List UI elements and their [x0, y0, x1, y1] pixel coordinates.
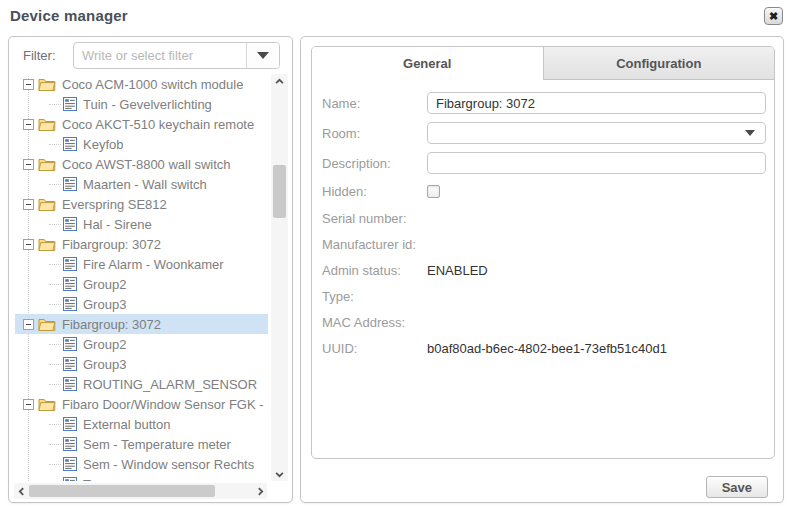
tree-folder[interactable]: Coco AWST-8800 wall switch: [15, 154, 268, 174]
save-button[interactable]: Save: [706, 476, 768, 498]
description-label: Description:: [312, 156, 427, 171]
tab-configuration[interactable]: Configuration: [544, 47, 775, 80]
device-icon: [63, 257, 77, 271]
tree-device[interactable]: Fire Alarm - Woonkamer: [15, 254, 268, 274]
scroll-right-button[interactable]: [253, 483, 267, 499]
description-field[interactable]: [427, 152, 766, 174]
admin-status-control: ENABLED: [427, 263, 766, 278]
tree-device[interactable]: External button: [15, 414, 268, 434]
tree-device[interactable]: Sem - Window sensor Rechts: [15, 454, 268, 474]
tree-item-label: Fire Alarm - Woonkamer: [83, 257, 224, 272]
filter-input[interactable]: [74, 43, 246, 68]
room-dropdown-button[interactable]: [735, 123, 765, 143]
device-icon: [63, 377, 77, 391]
room-control: [427, 122, 766, 144]
tree-item-label: Coco AKCT-510 keychain remote: [62, 117, 254, 132]
collapse-toggle-icon[interactable]: [23, 79, 34, 90]
tree-device[interactable]: Tuin - Gevelverlichting: [15, 94, 268, 114]
chevron-left-icon: [17, 487, 26, 496]
hidden-checkbox[interactable]: [427, 185, 440, 198]
filter-combobox[interactable]: [73, 42, 280, 69]
tree-device[interactable]: Group3: [15, 294, 268, 314]
room-field[interactable]: [428, 123, 735, 143]
tree-device[interactable]: Group3: [15, 354, 268, 374]
device-icon: [63, 97, 77, 111]
general-form: Name:Room:Description:Hidden:Serial numb…: [312, 80, 774, 361]
window-title: Device manager: [10, 7, 128, 24]
tree-device[interactable]: Hal - Sirene: [15, 214, 268, 234]
device-icon: [63, 477, 77, 481]
tree-connector-line: [49, 304, 61, 305]
tree-device[interactable]: Keyfob: [15, 134, 268, 154]
tree-device[interactable]: Group2: [15, 334, 268, 354]
room-combobox[interactable]: [427, 122, 766, 144]
form-row-uuid: UUID:b0af80ad-b6ec-4802-bee1-73efb51c40d…: [312, 335, 774, 361]
tree-device[interactable]: ROUTING_ALARM_SENSOR: [15, 374, 268, 394]
name-field[interactable]: [427, 92, 766, 114]
tree-item-label: Sem - Window sensor Rechts: [83, 457, 254, 472]
device-icon: [63, 337, 77, 351]
vertical-scroll-thumb[interactable]: [273, 165, 286, 218]
tree-item-label: Tamper: [83, 477, 126, 482]
tree-item-label: Tuin - Gevelverlichting: [83, 97, 212, 112]
form-row-mac-address: MAC Address:: [312, 309, 774, 335]
tab-general[interactable]: General: [312, 47, 544, 80]
form-row-name: Name:: [312, 88, 774, 118]
filter-dropdown-button[interactable]: [246, 43, 279, 68]
uuid-label: UUID:: [312, 341, 427, 356]
horizontal-scroll-thumb[interactable]: [29, 485, 215, 497]
chevron-down-icon: [275, 470, 284, 479]
device-icon: [63, 217, 77, 231]
form-row-hidden: Hidden:: [312, 178, 774, 205]
tree-folder[interactable]: Coco AKCT-510 keychain remote: [15, 114, 268, 134]
tree-item-label: Group3: [83, 357, 126, 372]
scroll-left-button[interactable]: [14, 483, 28, 499]
filter-row: Filter:: [23, 42, 280, 69]
collapse-toggle-icon[interactable]: [23, 119, 34, 130]
collapse-toggle-icon[interactable]: [23, 239, 34, 250]
tree-item-label: Coco ACM-1000 switch module: [62, 77, 243, 92]
tree-device[interactable]: Group2: [15, 274, 268, 294]
tree-connector-line: [49, 364, 61, 365]
tree-folder[interactable]: Everspring SE812: [15, 194, 268, 214]
collapse-toggle-icon[interactable]: [23, 399, 34, 410]
form-row-room: Room:: [312, 118, 774, 148]
tree-device[interactable]: Sem - Temperature meter: [15, 434, 268, 454]
tree-connector-line: [49, 344, 61, 345]
name-control: [427, 92, 766, 114]
tree-device[interactable]: Tamper: [15, 474, 268, 481]
tree-horizontal-scrollbar[interactable]: [14, 483, 267, 499]
form-row-admin-status: Admin status:ENABLED: [312, 257, 774, 283]
device-tree-panel: Filter: Coco ACM-1000 switch moduleTuin …: [8, 36, 293, 503]
tree-connector-line: [49, 104, 61, 105]
tree-device[interactable]: Maarten - Wall switch: [15, 174, 268, 194]
scroll-up-button[interactable]: [271, 74, 288, 88]
tree-item-label: Everspring SE812: [62, 197, 167, 212]
type-label: Type:: [312, 289, 427, 304]
device-icon: [63, 137, 77, 151]
scroll-down-button[interactable]: [271, 467, 288, 481]
tree-item-label: Sem - Temperature meter: [83, 437, 231, 452]
mac-address-label: MAC Address:: [312, 315, 427, 330]
tree-folder[interactable]: Fibargroup: 3072: [15, 234, 268, 254]
folder-icon: [38, 77, 56, 91]
tree-vertical-scrollbar[interactable]: [271, 74, 288, 481]
tree-connector-line: [49, 384, 61, 385]
device-icon: [63, 277, 77, 291]
collapse-toggle-icon[interactable]: [23, 199, 34, 210]
tree-folder[interactable]: Coco ACM-1000 switch module: [15, 74, 268, 94]
hidden-label: Hidden:: [312, 184, 427, 199]
close-icon: ✖: [769, 10, 778, 23]
collapse-toggle-icon[interactable]: [23, 319, 34, 330]
folder-icon: [38, 197, 56, 211]
close-button[interactable]: ✖: [764, 7, 783, 25]
tree-item-label: Fibargroup: 3072: [62, 317, 161, 332]
folder-icon: [38, 317, 56, 331]
folder-icon: [38, 237, 56, 251]
tree-folder[interactable]: Fibargroup: 3072: [15, 314, 268, 334]
chevron-up-icon: [275, 77, 284, 86]
hidden-control: [427, 185, 766, 198]
collapse-toggle-icon[interactable]: [23, 159, 34, 170]
tree-connector-line: [49, 224, 61, 225]
tree-folder[interactable]: Fibaro Door/Window Sensor FGK - 10: [15, 394, 268, 414]
